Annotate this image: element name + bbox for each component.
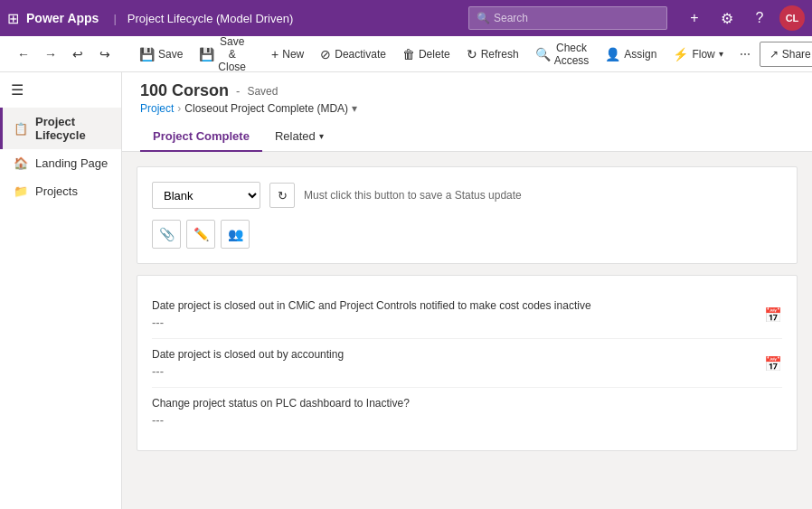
delete-button[interactable]: 🗑 Delete [395,40,458,69]
tabs: Project Complete Related ▾ [140,122,794,151]
status-row: Blank In Progress Complete N/A ↻ Must cl… [152,182,782,209]
save-button[interactable]: 💾 Save [132,40,190,69]
tab-related[interactable]: Related ▾ [262,122,336,152]
search-icon: 🔍 [477,12,490,24]
status-hint: Must click this button to save a Status … [304,189,522,202]
new-button[interactable]: + New [264,40,311,69]
field-accounting-close-value: --- [152,364,782,378]
form-area: Blank In Progress Complete N/A ↻ Must cl… [122,152,812,476]
sidebar-toggle[interactable]: ☰ [0,72,121,108]
breadcrumb-root[interactable]: Project [140,102,174,115]
field-plc-status-label: Change project status on PLC dashboard t… [152,397,782,410]
sidebar-item-project-lifecycle[interactable]: 📋 Project Lifecycle [0,108,121,149]
status-select[interactable]: Blank In Progress Complete N/A [152,182,260,209]
refresh-button[interactable]: ↻ Refresh [459,40,526,69]
sidebar-item-label: Project Lifecycle [35,115,110,142]
top-bar: ⊞ Power Apps | Project Lifecycle (Model … [0,0,812,36]
top-bar-icons: + ⚙ ? CL [682,5,805,31]
settings-icon[interactable]: ⚙ [714,5,740,31]
status-refresh-icon: ↻ [278,189,288,203]
forward-button[interactable]: → [38,42,63,67]
project-lifecycle-icon: 📋 [14,122,28,136]
record-saved-status: Saved [247,85,278,98]
sidebar-item-label: Projects [35,184,78,198]
breadcrumb: Project › Closeout Project Complete (MDA… [140,102,794,115]
breadcrumb-separator: › [177,102,181,115]
avatar[interactable]: CL [779,5,805,31]
sidebar-item-landing-page[interactable]: 🏠 Landing Page [0,149,121,177]
top-bar-divider: | [113,12,116,25]
field-cmic-close-label: Date project is closed out in CMiC and P… [152,299,782,312]
main-layout: ☰ 📋 Project Lifecycle 🏠 Landing Page 📁 P… [0,72,812,509]
breadcrumb-current: Closeout Project Complete (MDA) ▾ [184,102,357,115]
status-refresh-button[interactable]: ↻ [269,183,295,208]
field-plc-status-value: --- [152,413,782,427]
toolbar: ← → ↩ ↪ 💾 Save 💾 Save & Close + New ⊘ De… [0,36,812,72]
share-icon: ↗ [770,48,779,61]
deactivate-button[interactable]: ⊘ Deactivate [313,40,393,69]
related-chevron-icon: ▾ [319,131,324,141]
save-icon: 💾 [139,47,155,61]
flow-icon: ⚡ [673,47,688,61]
back-button[interactable]: ← [11,42,36,67]
help-icon[interactable]: ? [747,5,772,31]
field-cmic-close-value: --- [152,316,782,329]
landing-page-icon: 🏠 [14,156,28,170]
attachment-icon: 📎 [159,227,175,241]
people-button[interactable]: 👥 [221,220,250,249]
field-accounting-close: Date project is closed out by accounting… [152,339,782,388]
flow-chevron-icon: ▾ [719,49,723,59]
delete-icon: 🗑 [402,47,415,61]
calendar-icon-2[interactable]: 📅 [764,354,782,372]
new-icon: + [271,47,279,61]
assign-icon: 👤 [605,47,620,61]
grid-icon[interactable]: ⊞ [7,10,19,27]
field-cmic-close: Date project is closed out in CMiC and P… [152,290,782,339]
nav-buttons: ← → ↩ ↪ [11,42,118,67]
field-group: Date project is closed out in CMiC and P… [152,290,782,436]
save-close-icon: 💾 [199,47,214,61]
share-button[interactable]: ↗ Share ▾ [760,42,812,67]
save-close-button[interactable]: 💾 Save & Close [192,40,253,69]
app-title: Project Lifecycle (Model Driven) [127,12,294,25]
record-separator: - [236,84,240,98]
more-button[interactable]: ⋯ [732,40,758,69]
field-plc-status: Change project status on PLC dashboard t… [152,388,782,436]
assign-button[interactable]: 👤 Assign [598,40,664,69]
app-name: Power Apps [26,11,99,25]
record-name: 100 Corson [140,81,229,100]
fields-card: Date project is closed out in CMiC and P… [137,275,798,451]
deactivate-icon: ⊘ [320,47,331,61]
attachment-button[interactable]: 📎 [152,220,181,249]
field-accounting-close-label: Date project is closed out by accounting [152,348,782,361]
plus-icon[interactable]: + [682,5,707,31]
sidebar-item-projects[interactable]: 📁 Projects [0,177,121,205]
edit-button[interactable]: ✏️ [186,220,215,249]
sidebar: ☰ 📋 Project Lifecycle 🏠 Landing Page 📁 P… [0,72,122,509]
record-header: 100 Corson - Saved Project › Closeout Pr… [122,72,812,152]
action-icons: 📎 ✏️ 👥 [152,220,782,249]
search-box[interactable]: 🔍 [468,6,667,30]
content-area: 100 Corson - Saved Project › Closeout Pr… [122,72,812,509]
people-icon: 👥 [228,227,243,241]
breadcrumb-dropdown-icon[interactable]: ▾ [352,102,357,115]
redo-button[interactable]: ↪ [92,42,118,67]
undo-button[interactable]: ↩ [65,42,90,67]
sidebar-item-label: Landing Page [35,156,108,170]
status-card: Blank In Progress Complete N/A ↻ Must cl… [137,166,798,264]
projects-icon: 📁 [14,184,28,198]
tab-project-complete[interactable]: Project Complete [140,122,262,152]
refresh-icon: ↻ [467,47,477,61]
flow-button[interactable]: ⚡ Flow ▾ [666,40,730,69]
edit-icon: ✏️ [194,227,209,241]
calendar-icon-1[interactable]: 📅 [764,306,782,323]
check-access-button[interactable]: 🔍 Check Access [528,40,597,69]
search-input[interactable] [494,12,659,24]
check-access-icon: 🔍 [535,47,551,61]
